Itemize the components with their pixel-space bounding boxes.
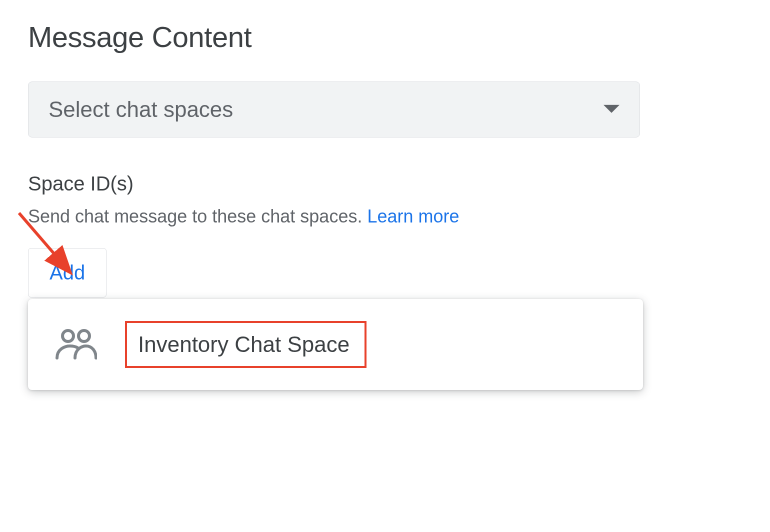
select-label: Select chat spaces — [48, 97, 233, 122]
add-button[interactable]: Add — [28, 248, 106, 298]
space-ids-section: Space ID(s) Send chat message to these c… — [28, 172, 742, 390]
svg-point-2 — [62, 330, 74, 342]
annotation-highlight-box: Inventory Chat Space — [125, 321, 366, 368]
learn-more-link[interactable]: Learn more — [367, 206, 459, 226]
help-text: Send chat message to these chat spaces. — [28, 206, 367, 226]
space-ids-help: Send chat message to these chat spaces. … — [28, 206, 742, 227]
chat-space-option-label: Inventory Chat Space — [138, 332, 350, 356]
select-chat-spaces-dropdown[interactable]: Select chat spaces — [28, 82, 640, 138]
svg-point-3 — [78, 330, 90, 342]
chevron-down-icon — [604, 104, 620, 114]
people-icon — [55, 329, 97, 360]
chat-space-option[interactable]: Inventory Chat Space — [28, 299, 643, 390]
page-title: Message Content — [28, 20, 742, 54]
add-button-wrapper: Add — [28, 248, 742, 298]
space-ids-heading: Space ID(s) — [28, 172, 742, 195]
